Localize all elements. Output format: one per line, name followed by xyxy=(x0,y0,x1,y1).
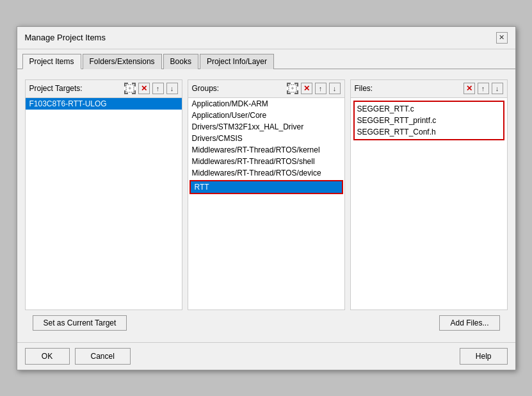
groups-up-button[interactable]: ↑ xyxy=(315,83,326,94)
add-files-button[interactable]: Add Files... xyxy=(439,315,499,331)
main-content: Project Targets: + ✕ ↑ ↓ F103C8T6-RTT-UL… xyxy=(17,69,515,342)
list-item[interactable]: Middlewares/RT-Thread/RTOS/kernel xyxy=(188,144,344,156)
project-targets-panel: Project Targets: + ✕ ↑ ↓ F103C8T6-RTT-UL… xyxy=(25,79,182,310)
targets-title: Project Targets: xyxy=(29,84,122,93)
close-button[interactable]: ✕ xyxy=(496,32,508,44)
list-item[interactable]: Drivers/STM32F1xx_HAL_Driver xyxy=(188,121,344,133)
groups-panel: Groups: + ✕ ↑ ↓ Application/MDK-ARM xyxy=(188,79,345,310)
targets-delete-button[interactable]: ✕ xyxy=(138,83,150,94)
targets-header: Project Targets: + ✕ ↑ ↓ xyxy=(26,80,182,98)
footer: OK Cancel Help xyxy=(17,342,515,370)
groups-down-button[interactable]: ↓ xyxy=(329,83,341,94)
files-header: Files: ✕ ↑ ↓ xyxy=(351,80,507,98)
groups-new-button[interactable]: + xyxy=(287,83,298,94)
groups-selected-item[interactable]: RTT xyxy=(191,181,342,193)
files-up-button[interactable]: ↑ xyxy=(478,83,489,94)
set-current-target-button[interactable]: Set as Current Target xyxy=(33,315,127,331)
list-item[interactable]: F103C8T6-RTT-ULOG xyxy=(26,98,182,110)
list-item[interactable]: SEGGER_RTT_Conf.h xyxy=(356,126,502,138)
ok-button[interactable]: OK xyxy=(25,348,70,365)
cancel-button[interactable]: Cancel xyxy=(75,348,131,365)
left-actions: Set as Current Target xyxy=(33,315,127,331)
title-bar: Manage Project Items ✕ xyxy=(17,27,515,49)
list-item[interactable]: Application/User/Core xyxy=(188,110,344,121)
list-item[interactable]: Middlewares/RT-Thread/RTOS/shell xyxy=(188,156,344,167)
groups-delete-button[interactable]: ✕ xyxy=(301,83,312,94)
files-highlight-box: SEGGER_RTT.c SEGGER_RTT_printf.c SEGGER_… xyxy=(353,101,504,140)
groups-list: Application/MDK-ARM Application/User/Cor… xyxy=(188,98,344,309)
list-item[interactable]: Application/MDK-ARM xyxy=(188,98,344,110)
right-actions: Add Files... xyxy=(439,315,499,331)
list-item[interactable]: Drivers/CMSIS xyxy=(188,133,344,144)
files-list: SEGGER_RTT.c SEGGER_RTT_printf.c SEGGER_… xyxy=(351,98,507,309)
files-title: Files: xyxy=(355,84,461,93)
list-item[interactable]: SEGGER_RTT.c xyxy=(356,103,502,115)
files-panel: Files: ✕ ↑ ↓ SEGGER_RTT.c SEGGER_RTT_pri… xyxy=(350,79,508,310)
tab-project-info-layer[interactable]: Project Info/Layer xyxy=(200,54,274,69)
dialog-title: Manage Project Items xyxy=(25,33,106,42)
groups-title: Groups: xyxy=(192,84,284,93)
targets-down-button[interactable]: ↓ xyxy=(166,83,178,94)
panels-container: Project Targets: + ✕ ↑ ↓ F103C8T6-RTT-UL… xyxy=(25,79,508,310)
tab-folders-extensions[interactable]: Folders/Extensions xyxy=(83,54,162,69)
tab-books[interactable]: Books xyxy=(163,54,198,69)
targets-up-button[interactable]: ↑ xyxy=(152,83,164,94)
tab-project-items[interactable]: Project Items xyxy=(22,54,81,69)
tabs-container: Project Items Folders/Extensions Books P… xyxy=(17,49,515,69)
groups-header: Groups: + ✕ ↑ ↓ xyxy=(188,80,344,98)
files-delete-button[interactable]: ✕ xyxy=(463,83,475,94)
targets-new-button[interactable]: + xyxy=(124,83,136,94)
svg-text:+: + xyxy=(291,85,294,92)
svg-text:+: + xyxy=(128,85,131,92)
action-row: Set as Current Target Add Files... xyxy=(25,310,508,336)
manage-project-items-dialog: Manage Project Items ✕ Project Items Fol… xyxy=(17,26,516,370)
targets-list: F103C8T6-RTT-ULOG xyxy=(26,98,182,309)
list-item[interactable]: SEGGER_RTT_printf.c xyxy=(356,115,502,126)
files-down-button[interactable]: ↓ xyxy=(492,83,503,94)
list-item[interactable]: Middlewares/RT-Thread/RTOS/device xyxy=(188,167,344,179)
help-button[interactable]: Help xyxy=(460,348,508,365)
